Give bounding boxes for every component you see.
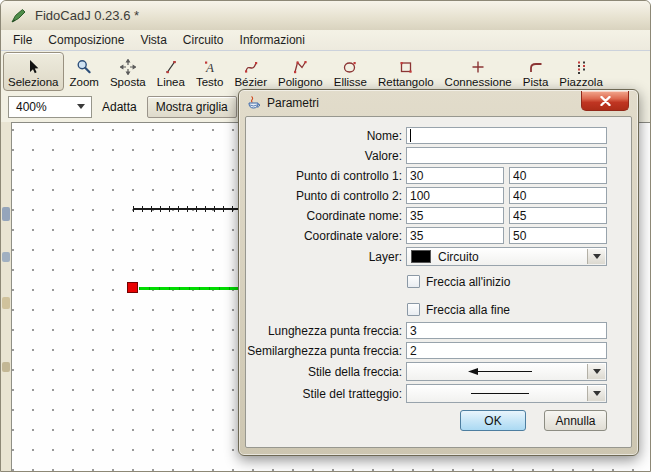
- java-coffee-icon: [246, 95, 261, 110]
- text-icon: A: [203, 57, 217, 76]
- dialog-content: Nome: Valore: Punto di controllo 1: Punt…: [245, 116, 632, 448]
- form-row-coordinate-nome: Coordinate nome:: [246, 207, 631, 224]
- dialog-close-button[interactable]: [581, 91, 629, 111]
- tool-sposta[interactable]: Sposta: [105, 52, 151, 91]
- menu-vista[interactable]: Vista: [132, 31, 174, 49]
- layer-combobox[interactable]: Circuito: [406, 247, 607, 266]
- chevron-down-icon: [587, 386, 605, 401]
- layer-value: Circuito: [438, 250, 479, 264]
- bezier-curve-icon: [243, 57, 259, 76]
- lunghezza-punta-field[interactable]: [406, 322, 607, 339]
- chevron-down-icon: [77, 104, 85, 109]
- valore-field[interactable]: [406, 147, 607, 164]
- form-row-layer: Layer: Circuito: [246, 247, 631, 266]
- tool-seleziona[interactable]: Seleziona: [3, 52, 64, 91]
- menu-composizione[interactable]: Composizione: [40, 31, 132, 49]
- freccia-inizio-row: Freccia all'inizio: [407, 273, 631, 290]
- coordinate-valore-x-field[interactable]: [406, 227, 504, 244]
- left-panel-artifact: [2, 252, 10, 262]
- form-row-lunghezza: Lunghezza punta freccia:: [246, 322, 631, 339]
- schematic-black-line[interactable]: [133, 206, 238, 212]
- chevron-down-icon: [587, 364, 605, 379]
- menu-circuito[interactable]: Circuito: [175, 31, 232, 49]
- fit-zoom-button[interactable]: Adatta: [97, 97, 142, 117]
- tool-rettangolo[interactable]: Rettangolo: [373, 52, 439, 91]
- selection-handle[interactable]: [127, 282, 138, 293]
- menu-bar: File Composizione Vista Circuito Informa…: [1, 30, 650, 51]
- tool-linea[interactable]: Linea: [152, 52, 190, 91]
- freccia-inizio-checkbox[interactable]: [407, 275, 420, 288]
- form-row-coordinate-valore: Coordinate valore:: [246, 227, 631, 244]
- coordinate-valore-y-field[interactable]: [509, 227, 607, 244]
- coordinate-nome-y-field[interactable]: [509, 207, 607, 224]
- menu-file[interactable]: File: [5, 31, 40, 49]
- punto2-y-field[interactable]: [509, 187, 607, 204]
- freccia-fine-row: Freccia alla fine: [407, 301, 631, 318]
- tool-connessione[interactable]: Connessione: [440, 52, 517, 91]
- dialog-titlebar[interactable]: Parametri: [239, 90, 638, 115]
- tool-ellisse[interactable]: Ellisse: [329, 52, 372, 91]
- dialog-buttons: OK Annulla: [246, 410, 607, 431]
- cancel-button[interactable]: Annulla: [544, 410, 607, 431]
- field-label: Layer:: [246, 250, 406, 264]
- stile-tratteggio-combobox[interactable]: [406, 384, 607, 403]
- form-row-semilarghezza: Semilarghezza punta freccia:: [246, 342, 631, 359]
- zoom-magnifier-icon: [76, 57, 92, 76]
- left-panel-artifact: [2, 362, 10, 372]
- text-caret: [410, 129, 411, 142]
- punto1-y-field[interactable]: [509, 167, 607, 184]
- form-row-punto1: Punto di controllo 1:: [246, 167, 631, 184]
- tool-testo[interactable]: A Testo: [191, 52, 229, 91]
- field-label: Punto di controllo 1:: [246, 169, 406, 183]
- connection-cross-icon: [470, 57, 486, 76]
- menu-informazioni[interactable]: Informazioni: [232, 31, 313, 49]
- tool-bezier[interactable]: Bézier: [229, 52, 272, 91]
- tool-poligono[interactable]: Poligono: [273, 52, 328, 91]
- arrow-style-preview-icon: [411, 367, 606, 376]
- left-panel-artifact: [2, 207, 10, 221]
- drawing-toolbar: Seleziona Zoom Sposta Linea: [1, 51, 650, 91]
- track-corner-icon: [528, 57, 544, 76]
- ellipse-icon: [342, 57, 358, 76]
- field-label: Coordinate valore:: [246, 229, 406, 243]
- ok-button[interactable]: OK: [460, 410, 526, 431]
- pad-dots-icon: [574, 57, 588, 76]
- tool-pista[interactable]: Pista: [518, 52, 554, 91]
- field-label: Lunghezza punta freccia:: [246, 324, 406, 338]
- form-row-nome: Nome:: [246, 127, 631, 144]
- tool-piazzola[interactable]: Piazzola: [554, 52, 607, 91]
- line-icon: [164, 57, 178, 76]
- coordinate-nome-x-field[interactable]: [406, 207, 504, 224]
- form-row-punto2: Punto di controllo 2:: [246, 187, 631, 204]
- form-row-stile-freccia: Stile della freccia:: [246, 362, 631, 381]
- chevron-down-icon: [587, 249, 605, 264]
- move-crosshair-icon: [120, 57, 136, 76]
- freccia-fine-checkbox[interactable]: [407, 303, 420, 316]
- zoom-level-combobox[interactable]: 400%: [8, 96, 92, 118]
- checkbox-label: Freccia all'inizio: [426, 275, 510, 289]
- form-row-stile-tratteggio: Stile del tratteggio:: [246, 384, 631, 403]
- nome-field[interactable]: [406, 127, 607, 144]
- zoom-level-value: 400%: [16, 100, 47, 114]
- field-label: Coordinate nome:: [246, 209, 406, 223]
- polygon-icon: [292, 57, 308, 76]
- punto2-x-field[interactable]: [406, 187, 504, 204]
- rectangle-icon: [398, 57, 414, 76]
- field-label: Valore:: [246, 149, 406, 163]
- selected-green-line[interactable]: [139, 287, 239, 290]
- window-title: FidoCadJ 0.23.6 *: [35, 8, 139, 23]
- form-row-valore: Valore:: [246, 147, 631, 164]
- show-grid-toggle[interactable]: Mostra griglia: [147, 96, 237, 118]
- layer-color-swatch: [411, 250, 431, 263]
- close-icon: [600, 96, 611, 106]
- field-label: Stile della freccia:: [246, 365, 406, 379]
- window-titlebar: FidoCadJ 0.23.6 *: [1, 1, 650, 30]
- semilarghezza-punta-field[interactable]: [406, 342, 607, 359]
- punto1-x-field[interactable]: [406, 167, 504, 184]
- left-panel-edge: [1, 122, 12, 471]
- stile-freccia-combobox[interactable]: [406, 362, 607, 381]
- fidocadj-window: FidoCadJ 0.23.6 * File Composizione Vist…: [0, 0, 651, 472]
- field-label: Semilarghezza punta freccia:: [246, 344, 406, 358]
- tool-zoom[interactable]: Zoom: [65, 52, 104, 91]
- field-label: Stile del tratteggio:: [246, 387, 406, 401]
